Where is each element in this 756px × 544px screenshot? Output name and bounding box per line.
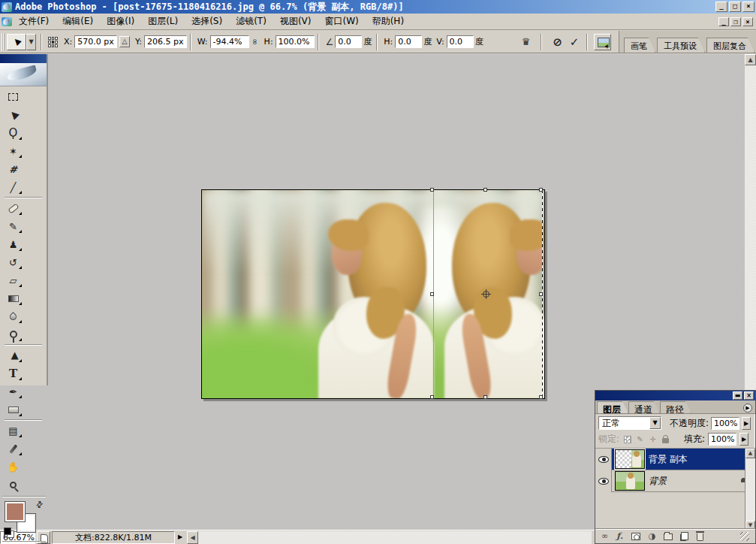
width-scale-field[interactable]: -94.4%	[210, 35, 250, 48]
transform-handle-top-center[interactable]	[483, 188, 487, 192]
menu-select[interactable]: 选择(S)	[185, 14, 229, 29]
lock-image-icon[interactable]: ✎	[635, 434, 645, 444]
move-tool[interactable]: ▶	[2, 106, 24, 124]
delete-layer-icon[interactable]	[697, 533, 703, 541]
warp-mode-icon[interactable]: ♛	[522, 36, 531, 47]
options-bar-grip[interactable]	[2, 33, 5, 51]
layer-thumbnail[interactable]	[615, 449, 645, 469]
visibility-toggle[interactable]	[595, 449, 612, 470]
rectangular-marquee-tool[interactable]	[2, 88, 24, 106]
crop-tool[interactable]: #	[2, 160, 24, 178]
tab-tool-presets[interactable]: 工具预设	[657, 38, 705, 53]
layer-name[interactable]: 背景	[649, 475, 667, 488]
transform-handle-bottom-center[interactable]	[483, 395, 487, 399]
clone-stamp-tool[interactable]: ♟	[2, 235, 24, 253]
add-layer-mask-icon[interactable]	[631, 533, 640, 540]
height-scale-field[interactable]: 100.0%	[276, 35, 315, 48]
transform-reference-point[interactable]	[483, 291, 489, 298]
transform-handle-middle-right[interactable]	[539, 292, 543, 296]
type-tool[interactable]: T	[2, 364, 24, 382]
dodge-tool[interactable]	[2, 325, 24, 343]
path-selection-tool[interactable]: ▶	[2, 346, 24, 364]
doc-restore-button[interactable]: ❐	[730, 17, 741, 26]
pen-tool[interactable]: ✒	[2, 382, 24, 400]
layer-scroll-track[interactable]	[745, 458, 755, 521]
transform-tool-button[interactable]: ▶ ▼	[7, 34, 36, 50]
toolbox-title-bar[interactable]	[0, 54, 47, 63]
commit-transform-icon[interactable]: ✓	[570, 35, 580, 49]
tab-brushes[interactable]: 画笔	[624, 38, 655, 53]
link-scale-icon[interactable]: ∞	[251, 38, 261, 45]
swap-colors-icon[interactable]: ⇄	[34, 499, 46, 511]
cancel-transform-icon[interactable]: ⊘	[553, 35, 562, 49]
menu-file[interactable]: 文件(F)	[12, 14, 56, 29]
palette-title-bar[interactable]: ▬ ×	[595, 391, 755, 400]
vertical-scroll-track[interactable]	[745, 65, 756, 390]
close-button[interactable]: ×	[742, 2, 754, 12]
status-menu-arrow-icon[interactable]: ▶	[175, 531, 185, 544]
layer-name[interactable]: 背景 副本	[649, 453, 688, 466]
transform-handle-middle-left[interactable]	[430, 292, 434, 296]
fill-slider-icon[interactable]: ▶	[739, 433, 748, 446]
scroll-up-icon[interactable]: ▲	[745, 449, 755, 458]
eraser-tool[interactable]: ▱	[2, 271, 24, 289]
new-layer-icon[interactable]	[681, 532, 688, 540]
blend-mode-arrow-icon[interactable]: ▼	[649, 417, 661, 429]
menu-window[interactable]: 窗口(W)	[318, 14, 365, 29]
menu-filter[interactable]: 滤镜(T)	[229, 14, 273, 29]
vertical-scrollbar[interactable]: ▲	[745, 54, 756, 390]
layer-style-icon[interactable]: ƒ.	[616, 532, 623, 540]
menu-image[interactable]: 图像(I)	[100, 14, 141, 29]
palette-minimize-icon[interactable]: ▬	[733, 391, 742, 400]
fill-field[interactable]: 100%	[708, 433, 736, 446]
tab-channels[interactable]: 通道	[628, 401, 660, 413]
skew-h-field[interactable]: 0.0	[395, 35, 422, 48]
minimize-button[interactable]: _	[715, 2, 727, 12]
file-browser-icon[interactable]	[594, 34, 611, 50]
relative-positioning-button[interactable]: △	[119, 36, 130, 47]
lasso-tool[interactable]: Ϙ	[2, 124, 24, 142]
notes-tool[interactable]: ▤	[2, 422, 24, 440]
doc-close-button[interactable]: ×	[742, 17, 753, 26]
opacity-slider-icon[interactable]: ▶	[742, 417, 751, 430]
transform-handle-bottom-right[interactable]	[539, 395, 543, 399]
palette-menu-icon[interactable]: ▶	[743, 403, 752, 413]
transform-handle-bottom-left[interactable]	[430, 395, 434, 399]
transform-handle-top-left[interactable]	[430, 188, 434, 192]
menu-edit[interactable]: 编辑(E)	[56, 14, 100, 29]
lock-position-icon[interactable]: ✛	[648, 434, 658, 444]
tab-layer-comps[interactable]: 图层复合	[706, 38, 754, 53]
document-canvas[interactable]	[201, 189, 545, 399]
doc-minimize-button[interactable]: _	[718, 17, 729, 26]
rotation-field[interactable]: 0.0	[335, 35, 362, 48]
lock-all-icon[interactable]	[661, 434, 670, 444]
menu-layer[interactable]: 图层(L)	[141, 14, 185, 29]
lock-transparency-icon[interactable]	[622, 434, 632, 444]
layer-thumbnail[interactable]	[615, 471, 645, 491]
magic-wand-tool[interactable]: ✶	[2, 142, 24, 160]
gradient-tool[interactable]	[2, 289, 24, 307]
visibility-toggle[interactable]	[595, 470, 612, 492]
adjustment-layer-icon[interactable]: ◑	[649, 532, 656, 540]
foreground-color-swatch[interactable]	[5, 502, 25, 521]
scroll-up-icon[interactable]: ▲	[745, 54, 756, 65]
link-layers-icon[interactable]: ∞	[601, 532, 608, 540]
maximize-button[interactable]: □	[729, 2, 741, 12]
menu-help[interactable]: 帮助(H)	[366, 14, 411, 29]
palette-close-icon[interactable]: ×	[744, 391, 754, 400]
tab-paths[interactable]: 路径	[660, 401, 691, 413]
scroll-left-icon[interactable]: ◀	[187, 531, 198, 544]
history-brush-tool[interactable]: ↺	[2, 253, 24, 271]
horizontal-scroll-track[interactable]	[198, 531, 592, 544]
blur-tool[interactable]	[2, 307, 24, 325]
brush-tool[interactable]: ✎	[2, 217, 24, 235]
shape-tool[interactable]	[2, 400, 24, 419]
menu-view[interactable]: 视图(V)	[273, 14, 318, 29]
eyedropper-tool[interactable]	[2, 440, 24, 458]
layer-row-background[interactable]: 背景	[595, 470, 746, 492]
slice-tool[interactable]: ╱	[2, 178, 24, 196]
tab-layers[interactable]: 图层	[597, 401, 628, 413]
reference-point-locator[interactable]	[48, 37, 58, 47]
photoshop-logo-icon[interactable]	[2, 2, 12, 12]
transform-handle-top-right[interactable]	[539, 188, 543, 192]
